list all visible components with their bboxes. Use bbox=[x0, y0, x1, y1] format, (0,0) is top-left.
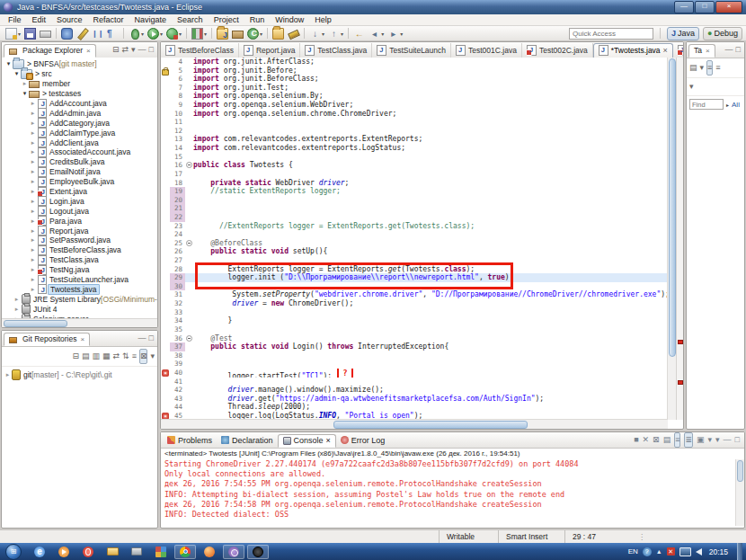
code-line-15[interactable]: 15 bbox=[161, 153, 668, 162]
expand-arrow-icon[interactable]: ▸ bbox=[29, 110, 37, 117]
expand-arrow-icon[interactable]: ▸ bbox=[29, 139, 37, 147]
display-console-dropdown-icon[interactable]: ▾ bbox=[708, 433, 713, 447]
maximize-view-icon[interactable]: □ bbox=[736, 43, 741, 57]
tree-item-src[interactable]: ▾> src bbox=[2, 69, 157, 79]
code-line-43[interactable]: 43 driver.get("https://admin-qa.wtwbenef… bbox=[161, 395, 668, 404]
code-line-14[interactable]: 14import com.relevantcodes.extentreports… bbox=[161, 144, 668, 153]
expand-arrow-icon[interactable]: ▸ bbox=[29, 198, 37, 205]
scheduled-view-icon[interactable]: ≡ bbox=[715, 61, 720, 75]
code-line-34[interactable]: 34 } bbox=[161, 316, 668, 325]
tree-item-addclaimtype-java[interactable]: ▸AddClaimType.java bbox=[2, 128, 157, 138]
code-line-21[interactable]: 21 bbox=[161, 204, 668, 213]
console-tab-declaration[interactable]: Declaration bbox=[217, 433, 278, 447]
tree-item-login-java[interactable]: ▸Login.java bbox=[2, 196, 157, 206]
clock[interactable]: 20:15 bbox=[709, 547, 728, 556]
tree-item-testng-java[interactable]: ▸TestNg.java bbox=[2, 265, 157, 275]
coverage-button[interactable]: ▾ bbox=[190, 27, 209, 40]
error-mark[interactable] bbox=[678, 340, 683, 344]
print-button[interactable] bbox=[38, 27, 53, 40]
tab-package-explorer[interactable]: Package Explorer × bbox=[4, 44, 96, 58]
code-line-9[interactable]: 9import org.openqa.selenium.WebDriver; bbox=[161, 101, 668, 110]
editor-tab-testclass-java[interactable]: TestClass.java bbox=[300, 43, 372, 58]
expand-arrow-icon[interactable]: ▸ bbox=[29, 218, 37, 225]
taskbar-chrome-button[interactable] bbox=[174, 545, 196, 559]
fold-collapse-icon[interactable] bbox=[186, 240, 192, 246]
remove-launch-icon[interactable]: ✕ bbox=[643, 433, 650, 447]
edit-pencil-button[interactable] bbox=[75, 27, 90, 40]
forward-button[interactable]: ▸▾ bbox=[386, 27, 404, 40]
clear-console-icon[interactable]: ▤ bbox=[663, 433, 671, 447]
perspective-java-button[interactable]: J Java bbox=[667, 27, 699, 40]
close-window-button[interactable]: × bbox=[715, 1, 742, 13]
editor-tab-testng-java[interactable]: TestNg.java bbox=[673, 43, 684, 58]
editor-hscrollbar[interactable] bbox=[161, 419, 668, 429]
minimize-view-icon[interactable]: — bbox=[725, 43, 733, 57]
collapse-all-icon[interactable]: ⊟ bbox=[72, 350, 79, 363]
remove-all-launches-icon[interactable]: ⊠ bbox=[653, 433, 660, 447]
action-center-icon[interactable]: ✕ bbox=[667, 547, 675, 556]
code-line-35[interactable]: 35 bbox=[161, 325, 668, 334]
tree-item-testclass-java[interactable]: ▸TestClass.java bbox=[2, 255, 157, 265]
expand-arrow-icon[interactable]: ▸ bbox=[13, 306, 21, 313]
pause-button[interactable] bbox=[90, 27, 105, 40]
code-line-36[interactable]: 36 @Test bbox=[161, 334, 668, 343]
next-annotation-button[interactable]: ↓▾ bbox=[307, 27, 326, 40]
tree-item-associatedaccount-java[interactable]: ▸AssociatedAccount.java bbox=[2, 147, 157, 157]
prev-annotation-button[interactable]: ↑▾ bbox=[326, 27, 345, 40]
language-indicator[interactable]: EN bbox=[628, 547, 638, 556]
code-line-6[interactable]: 6import org.junit.BeforeClass; bbox=[161, 75, 668, 84]
close-icon[interactable]: × bbox=[86, 47, 91, 55]
code-line-32[interactable]: 32 driver = new ChromeDriver(); bbox=[161, 299, 668, 308]
task-find-input[interactable] bbox=[689, 99, 724, 110]
link-with-editor-icon[interactable]: ⇄ bbox=[121, 43, 129, 57]
new-class-button[interactable]: ▾ bbox=[245, 27, 264, 40]
tree-item-creditsbulk-java[interactable]: ▸CreditsBulk.java bbox=[2, 157, 157, 167]
expand-arrow-icon[interactable]: ▸ bbox=[13, 296, 21, 303]
tree-item-testsuitelauncher-java[interactable]: ▸TestSuiteLauncher.java bbox=[2, 275, 157, 285]
code-line-18[interactable]: 18 private static WebDriver driver; bbox=[161, 179, 668, 188]
perspective-debug-button[interactable]: ● Debug bbox=[703, 27, 742, 40]
menu-edit[interactable]: Edit bbox=[27, 14, 52, 26]
expand-arrow-icon[interactable]: ▸ bbox=[29, 276, 37, 283]
close-tab-icon[interactable]: × bbox=[663, 46, 668, 55]
console-vscrollbar[interactable] bbox=[735, 459, 744, 526]
new-java-project-button[interactable] bbox=[215, 27, 230, 40]
add-repository-icon[interactable]: ▤ bbox=[82, 350, 90, 363]
code-line-11[interactable]: 11 bbox=[161, 118, 668, 127]
tree-item-testcases[interactable]: ▾> testcases bbox=[2, 89, 157, 99]
pin-console-icon[interactable]: ▣ bbox=[697, 433, 705, 447]
code-line-26[interactable]: 26 public static void setUp(){ bbox=[161, 247, 668, 256]
tree-item-testbeforeclass-java[interactable]: ▸TestBeforeClass.java bbox=[2, 245, 157, 255]
code-line-8[interactable]: 8import org.openqa.selenium.By; bbox=[161, 92, 668, 101]
tab-task-list[interactable]: Ta × bbox=[688, 44, 715, 58]
expand-arrow-icon[interactable]: ▸ bbox=[29, 148, 37, 156]
volume-icon[interactable] bbox=[696, 548, 702, 556]
start-button[interactable]: ⊞ bbox=[5, 544, 22, 560]
run-button[interactable]: ▾ bbox=[146, 27, 164, 40]
overview-ruler[interactable] bbox=[676, 58, 683, 420]
code-line-42[interactable]: 42 driver.manage().window().maximize(); bbox=[161, 386, 668, 395]
close-icon[interactable]: × bbox=[706, 47, 710, 55]
expand-arrow-icon[interactable]: ▸ bbox=[29, 256, 37, 263]
terminate-icon[interactable]: ■ bbox=[634, 433, 638, 447]
taskbar-internet-explorer-button[interactable]: e bbox=[29, 545, 50, 559]
editor-tab-twotests-java[interactable]: *Twotests.java× bbox=[593, 43, 673, 58]
menu-refactor[interactable]: Refactor bbox=[88, 14, 129, 26]
create-repository-icon[interactable]: ▦ bbox=[102, 350, 111, 363]
editor-tab-testbeforeclass[interactable]: TestBeforeClass bbox=[161, 43, 239, 58]
console-tab-console[interactable]: Console× bbox=[278, 434, 336, 448]
code-line-44[interactable]: 44 Thread.sleep(2000); bbox=[161, 403, 668, 412]
code-line-20[interactable]: 20 bbox=[161, 196, 668, 205]
editor-tab-testsuitelaunch[interactable]: TestSuiteLaunch bbox=[372, 43, 451, 58]
tree-item-report-java[interactable]: ▸Report.java bbox=[2, 226, 157, 236]
clone-repository-icon[interactable]: ▥ bbox=[93, 350, 101, 363]
expand-arrow-icon[interactable]: ▸ bbox=[29, 208, 37, 215]
show-whitespace-button[interactable] bbox=[105, 27, 120, 40]
taskbar-viber-button[interactable] bbox=[223, 545, 244, 559]
tree-item-setpassword-java[interactable]: ▸SetPassword.java bbox=[2, 236, 157, 245]
expand-arrow-icon[interactable]: ▸ bbox=[29, 178, 37, 185]
tree-item-employeebulk-java[interactable]: ▸EmployeeBulk.java bbox=[2, 177, 157, 187]
view-menu-icon[interactable]: ▾ bbox=[150, 350, 155, 363]
editor-tab-report-java[interactable]: Report.java bbox=[239, 43, 300, 58]
menu-run[interactable]: Run bbox=[244, 14, 271, 26]
